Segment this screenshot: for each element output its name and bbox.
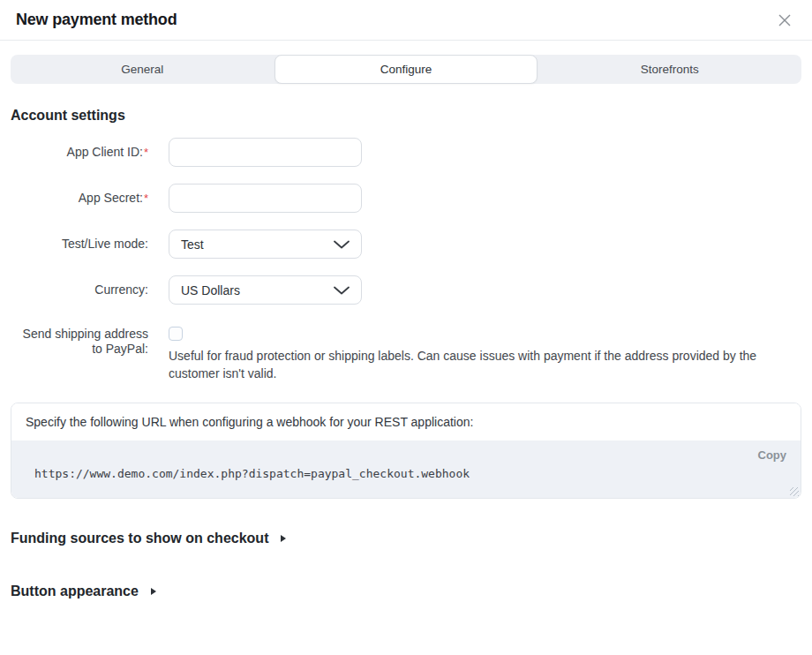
send-shipping-control: Useful for fraud protection or shipping … [169, 327, 801, 382]
test-live-mode-select[interactable]: Test [169, 230, 362, 259]
app-secret-control [169, 184, 801, 213]
button-appearance-label: Button appearance [11, 583, 139, 599]
webhook-url-textarea[interactable]: Copy https://www.demo.com/index.php?disp… [11, 440, 801, 498]
required-mark: * [144, 146, 148, 159]
tab-configure[interactable]: Configure [274, 55, 538, 84]
test-live-mode-value: Test [181, 237, 204, 252]
account-settings-heading: Account settings [11, 108, 801, 124]
chevron-down-icon [334, 286, 350, 295]
tab-bar: General Configure Storefronts [11, 55, 801, 84]
form-row-app-client-id: App Client ID:* [11, 138, 801, 167]
close-icon [777, 12, 793, 28]
chevron-down-icon [334, 240, 350, 249]
app-client-id-input[interactable] [169, 138, 362, 167]
triangle-right-icon [281, 535, 286, 542]
form-row-test-live-mode: Test/Live mode: Test [11, 230, 801, 259]
send-shipping-checkbox[interactable] [169, 327, 183, 341]
webhook-box: Specify the following URL when configuri… [11, 403, 801, 499]
app-secret-input[interactable] [169, 184, 362, 213]
section-funding-sources[interactable]: Funding sources to show on checkout [11, 531, 801, 546]
app-secret-label-text: App Secret: [79, 191, 143, 205]
dialog-body: Account settings App Client ID:* App Sec… [0, 108, 812, 599]
currency-select[interactable]: US Dollars [169, 275, 362, 305]
app-client-id-label-text: App Client ID: [67, 145, 143, 159]
send-shipping-label: Send shipping address to PayPal: [11, 327, 148, 357]
app-secret-label: App Secret:* [11, 191, 148, 206]
required-mark: * [144, 192, 148, 205]
funding-sources-label: Funding sources to show on checkout [11, 531, 268, 546]
test-live-mode-label: Test/Live mode: [11, 237, 148, 252]
test-live-mode-control: Test [169, 230, 801, 259]
dialog-header: New payment method [0, 0, 812, 41]
currency-label: Currency: [11, 282, 148, 297]
form-row-currency: Currency: US Dollars [11, 275, 801, 305]
tab-general[interactable]: General [11, 55, 274, 84]
triangle-right-icon [151, 588, 156, 595]
form-row-send-shipping: Send shipping address to PayPal: Useful … [11, 327, 801, 382]
close-button[interactable] [775, 11, 794, 30]
webhook-url-value: https://www.demo.com/index.php?dispatch=… [34, 467, 470, 480]
app-client-id-control [169, 138, 801, 167]
section-button-appearance[interactable]: Button appearance [11, 583, 801, 599]
currency-control: US Dollars [169, 275, 801, 305]
tab-storefronts[interactable]: Storefronts [538, 55, 801, 84]
resize-grip[interactable] [790, 487, 799, 496]
form-row-app-secret: App Secret:* [11, 184, 801, 213]
send-shipping-help-text: Useful for fraud protection or shipping … [169, 347, 786, 382]
currency-value: US Dollars [181, 283, 240, 297]
copy-button[interactable]: Copy [758, 448, 787, 462]
webhook-instruction: Specify the following URL when configuri… [11, 403, 801, 440]
app-client-id-label: App Client ID:* [11, 145, 148, 160]
dialog-title: New payment method [16, 11, 177, 29]
